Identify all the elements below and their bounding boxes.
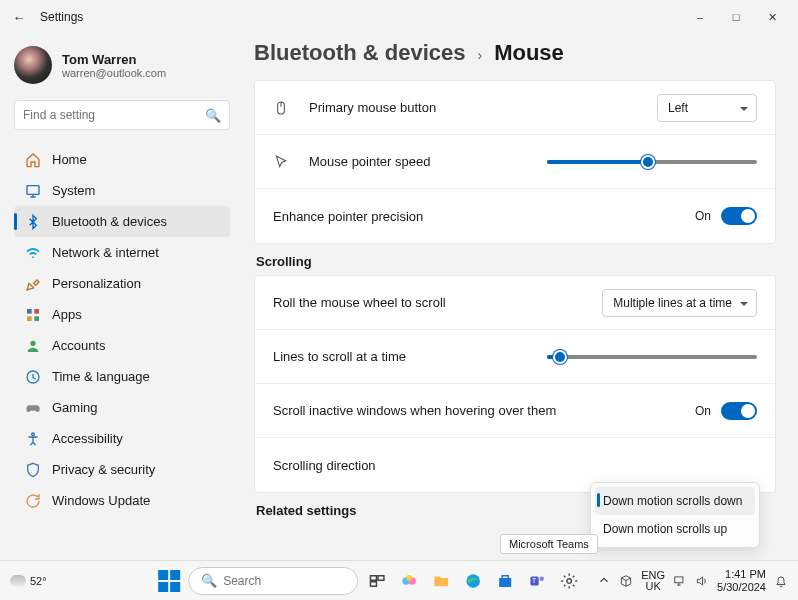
accounts-icon [22, 337, 44, 355]
svg-text:T: T [532, 577, 536, 584]
language-indicator[interactable]: ENGUK [641, 570, 665, 592]
network-icon [22, 244, 44, 262]
nav-label: Windows Update [52, 493, 150, 508]
svg-rect-2 [34, 309, 39, 314]
system-icon [22, 182, 44, 200]
nav-label: Time & language [52, 369, 150, 384]
clock[interactable]: 1:41 PM5/30/2024 [717, 568, 766, 592]
option-scrolls-down[interactable]: Down motion scrolls down [595, 487, 755, 515]
user-name: Tom Warren [62, 52, 166, 67]
nav-home[interactable]: Home [14, 144, 230, 175]
nav-label: Bluetooth & devices [52, 214, 167, 229]
nav-label: Accessibility [52, 431, 123, 446]
nav-network[interactable]: Network & internet [14, 237, 230, 268]
settings-button[interactable] [556, 568, 582, 594]
breadcrumb-parent[interactable]: Bluetooth & devices [254, 40, 465, 66]
enhance-precision-toggle[interactable] [721, 207, 757, 225]
task-view-button[interactable] [364, 568, 390, 594]
nav-label: Privacy & security [52, 462, 155, 477]
store-button[interactable] [492, 568, 518, 594]
nav-accessibility[interactable]: Accessibility [14, 423, 230, 454]
svg-rect-11 [378, 575, 384, 580]
nav-apps[interactable]: Apps [14, 299, 230, 330]
nav-gaming[interactable]: Gaming [14, 392, 230, 423]
toggle-state: On [695, 209, 711, 223]
network-tray-icon[interactable] [673, 574, 687, 588]
nav-personalization[interactable]: Personalization [14, 268, 230, 299]
nav-accounts[interactable]: Accounts [14, 330, 230, 361]
notifications-icon[interactable] [774, 574, 788, 588]
settings-search[interactable]: 🔍 [14, 100, 230, 130]
svg-point-7 [32, 433, 35, 436]
bluetooth-icon [22, 213, 44, 231]
svg-rect-10 [370, 575, 376, 580]
teams-button[interactable]: T [524, 568, 550, 594]
pointer-speed-slider[interactable] [547, 160, 757, 164]
breadcrumb: Bluetooth & devices › Mouse [254, 40, 776, 66]
primary-button-select[interactable]: Left [657, 94, 757, 122]
taskbar-search-input[interactable] [223, 574, 345, 588]
tray-chevron-icon[interactable] [597, 573, 611, 589]
svg-rect-21 [675, 576, 683, 582]
back-button[interactable]: ← [8, 10, 30, 25]
svg-rect-0 [27, 185, 39, 194]
maximize-button[interactable]: □ [718, 3, 754, 31]
inactive-windows-toggle[interactable] [721, 402, 757, 420]
svg-rect-1 [27, 309, 32, 314]
start-button[interactable] [156, 568, 182, 594]
svg-rect-3 [27, 316, 32, 321]
search-icon: 🔍 [205, 108, 221, 123]
avatar [14, 46, 52, 84]
nav-time[interactable]: Time & language [14, 361, 230, 392]
svg-point-20 [567, 578, 572, 583]
cursor-icon [273, 154, 297, 170]
breadcrumb-current: Mouse [494, 40, 564, 66]
explorer-button[interactable] [428, 568, 454, 594]
edge-button[interactable] [460, 568, 486, 594]
user-email: warren@outlook.com [62, 67, 166, 79]
nav-label: Accounts [52, 338, 105, 353]
gaming-icon [22, 399, 44, 417]
home-icon [22, 151, 44, 169]
temperature: 52° [30, 575, 47, 587]
nav-update[interactable]: Windows Update [14, 485, 230, 516]
window-title: Settings [40, 10, 83, 24]
scroll-direction-dropdown[interactable]: Down motion scrolls down Down motion scr… [590, 482, 760, 548]
search-icon: 🔍 [201, 573, 217, 588]
nav-label: Personalization [52, 276, 141, 291]
accessibility-icon [22, 430, 44, 448]
lines-scroll-label: Lines to scroll at a time [273, 349, 547, 364]
tray-box-icon[interactable] [619, 574, 633, 588]
privacy-icon [22, 461, 44, 479]
taskbar: 52° 🔍 T ENGUK 1:41 PM5/30/2024 [0, 560, 798, 600]
nav-label: Home [52, 152, 87, 167]
search-input[interactable] [23, 108, 205, 122]
copilot-button[interactable] [396, 568, 422, 594]
nav-system[interactable]: System [14, 175, 230, 206]
scrolling-header: Scrolling [256, 254, 776, 269]
personalization-icon [22, 275, 44, 293]
nav-privacy[interactable]: Privacy & security [14, 454, 230, 485]
minimize-button[interactable]: – [682, 3, 718, 31]
lines-scroll-slider[interactable] [547, 355, 757, 359]
mouse-icon [273, 100, 297, 116]
svg-point-15 [406, 575, 412, 581]
wheel-scroll-label: Roll the mouse wheel to scroll [273, 295, 602, 310]
chevron-right-icon: › [477, 47, 482, 63]
apps-icon [22, 306, 44, 324]
toggle-state: On [695, 404, 711, 418]
primary-button-label: Primary mouse button [309, 100, 657, 115]
pointer-speed-label: Mouse pointer speed [309, 154, 547, 169]
option-scrolls-up[interactable]: Down motion scrolls up [595, 515, 755, 543]
close-button[interactable]: ✕ [754, 3, 790, 31]
weather-widget[interactable]: 52° [10, 575, 47, 587]
user-profile[interactable]: Tom Warren warren@outlook.com [14, 46, 230, 84]
weather-icon [10, 575, 26, 587]
nav-label: Apps [52, 307, 82, 322]
svg-point-5 [30, 340, 35, 345]
volume-tray-icon[interactable] [695, 574, 709, 588]
wheel-scroll-select[interactable]: Multiple lines at a time [602, 289, 757, 317]
taskbar-tooltip: Microsoft Teams [500, 534, 598, 554]
nav-bluetooth[interactable]: Bluetooth & devices [14, 206, 230, 237]
taskbar-search[interactable]: 🔍 [188, 567, 358, 595]
